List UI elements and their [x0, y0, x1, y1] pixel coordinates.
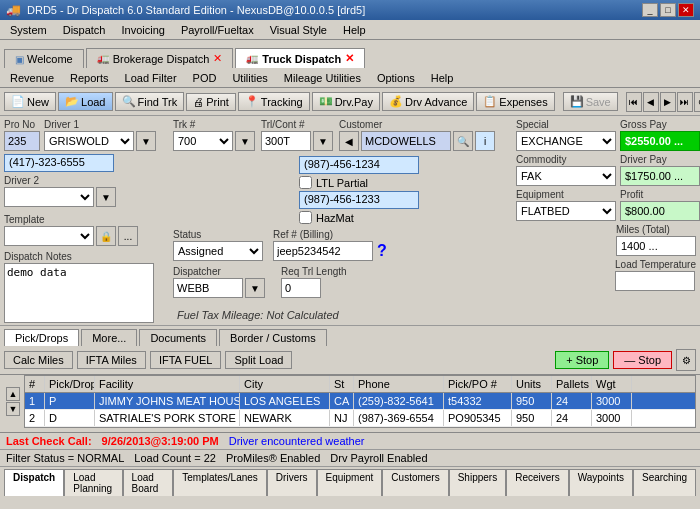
cell-type-2: D — [45, 410, 95, 426]
dispatch-notes-input[interactable]: demo data — [4, 263, 154, 323]
menu-reports[interactable]: Reports — [64, 71, 115, 85]
grid-options-btn[interactable]: ⚙ — [676, 349, 696, 371]
table-row[interactable]: 2 D SATRIALE'S PORK STORE NEWARK NJ (987… — [25, 410, 695, 427]
bottom-tab-templates[interactable]: Templates/Lanes — [173, 469, 267, 496]
cust-info-btn[interactable]: i — [475, 131, 495, 151]
expenses-button[interactable]: 📋Expenses — [476, 92, 554, 111]
menu-load-filter[interactable]: Load Filter — [119, 71, 183, 85]
driver-note: Driver encountered weather — [229, 435, 365, 447]
nav-first[interactable]: ⏮ — [626, 92, 642, 112]
bottom-tab-customers[interactable]: Customers — [382, 469, 448, 496]
cust-search-btn[interactable]: 🔍 — [453, 131, 473, 151]
nav-last[interactable]: ⏭ — [677, 92, 693, 112]
main-form-area: Pro No Driver 1 GRISWOLD ▼ (417)-323-655… — [0, 116, 700, 325]
tracking-button[interactable]: 📍Tracking — [238, 92, 310, 111]
bottom-tab-drivers[interactable]: Drivers — [267, 469, 317, 496]
menu-help2[interactable]: Help — [425, 71, 460, 85]
print-button[interactable]: 🖨Print — [186, 93, 236, 111]
dispatcher-row: Dispatcher ▼ Req Trl Length — [173, 266, 512, 298]
bottom-nav-tabs: Dispatch Load Planning Load Board Templa… — [0, 466, 700, 496]
menu-invoicing[interactable]: Invoicing — [115, 23, 170, 37]
help-icon[interactable]: ? — [377, 242, 387, 260]
commodity-label: Commodity — [516, 154, 616, 165]
dispatcher-btn[interactable]: ▼ — [245, 278, 265, 298]
menu-revenue[interactable]: Revenue — [4, 71, 60, 85]
scroll-down-btn[interactable]: ▼ — [6, 402, 20, 416]
load-temp-input[interactable] — [615, 271, 695, 291]
nav-add[interactable]: ⊕ — [694, 92, 700, 112]
remove-stop-button[interactable]: — Stop — [613, 351, 672, 369]
bottom-tab-load-planning[interactable]: Load Planning — [64, 469, 122, 496]
ifta-fuel-btn[interactable]: IFTA FUEL — [150, 351, 222, 369]
req-trl-input[interactable] — [281, 278, 321, 298]
customer-input[interactable] — [361, 131, 451, 151]
commodity-select[interactable]: FAK — [516, 166, 616, 186]
pro-no-input[interactable] — [4, 131, 40, 151]
menu-pod[interactable]: POD — [187, 71, 223, 85]
menu-options[interactable]: Options — [371, 71, 421, 85]
driver2-search-btn[interactable]: ▼ — [96, 187, 116, 207]
nav-next[interactable]: ▶ — [660, 92, 676, 112]
tab-documents[interactable]: Documents — [139, 329, 217, 346]
menu-mileage[interactable]: Mileage Utilities — [278, 71, 367, 85]
driver1-select[interactable]: GRISWOLD — [44, 131, 134, 151]
dispatcher-input[interactable] — [173, 278, 243, 298]
bottom-tab-load-board[interactable]: Load Board — [123, 469, 174, 496]
tab-more[interactable]: More... — [81, 329, 137, 346]
template-btn1[interactable]: 🔒 — [96, 226, 116, 246]
menu-utilities[interactable]: Utilities — [226, 71, 273, 85]
menu-help[interactable]: Help — [337, 23, 372, 37]
bottom-tab-waypoints[interactable]: Waypoints — [569, 469, 633, 496]
trl-btn[interactable]: ▼ — [313, 131, 333, 151]
table-row[interactable]: 1 P JIMMY JOHNS MEAT HOUSE LOS ANGELES C… — [25, 393, 695, 410]
tab-welcome[interactable]: ▣ Welcome — [4, 49, 84, 68]
trl-input[interactable] — [261, 131, 311, 151]
menu-system[interactable]: System — [4, 23, 53, 37]
split-load-btn[interactable]: Split Load — [225, 351, 292, 369]
tab-brokerage[interactable]: 🚛 Brokerage Dispatch ✕ — [86, 48, 234, 68]
driver1-search-btn[interactable]: ▼ — [136, 131, 156, 151]
template-select[interactable] — [4, 226, 94, 246]
driver2-select[interactable] — [4, 187, 94, 207]
tab-truck-dispatch[interactable]: 🚛 Truck Dispatch ✕ — [235, 48, 365, 68]
bottom-tab-dispatch[interactable]: Dispatch — [4, 469, 64, 496]
menu-payroll[interactable]: Payroll/Fueltax — [175, 23, 260, 37]
menu-visual[interactable]: Visual Style — [264, 23, 333, 37]
trk-btn[interactable]: ▼ — [235, 131, 255, 151]
ltl-partial-check[interactable] — [299, 176, 312, 189]
menu-dispatch[interactable]: Dispatch — [57, 23, 112, 37]
maximize-button[interactable]: □ — [660, 3, 676, 17]
minimize-button[interactable]: _ — [642, 3, 658, 17]
save-button[interactable]: 💾Save — [563, 92, 618, 111]
tab-border-customs[interactable]: Border / Customs — [219, 329, 327, 346]
equipment-select[interactable]: FLATBED — [516, 201, 616, 221]
trk-select[interactable]: 700 — [173, 131, 233, 151]
scroll-up-btn[interactable]: ▲ — [6, 387, 20, 401]
load-temp-group: Load Temperature — [516, 259, 696, 291]
profit-group: Profit $800.00 — [620, 189, 700, 221]
drv-advance-button[interactable]: 💰Drv Advance — [382, 92, 474, 111]
bottom-tab-shippers[interactable]: Shippers — [449, 469, 506, 496]
special-select[interactable]: EXCHANGE — [516, 131, 616, 151]
cell-pallets-1: 24 — [552, 393, 592, 409]
drv-pay-button[interactable]: 💵Drv.Pay — [312, 92, 380, 111]
nav-prev[interactable]: ◀ — [643, 92, 659, 112]
bottom-tab-receivers[interactable]: Receivers — [506, 469, 568, 496]
add-stop-button[interactable]: + Stop — [555, 351, 609, 369]
close-button[interactable]: ✕ — [678, 3, 694, 17]
find-trk-button[interactable]: 🔍Find Trk — [115, 92, 185, 111]
template-btn2[interactable]: ... — [118, 226, 138, 246]
tab-strip: ▣ Welcome 🚛 Brokerage Dispatch ✕ 🚛 Truck… — [0, 40, 700, 68]
bottom-tab-searching[interactable]: Searching — [633, 469, 696, 496]
new-button[interactable]: 📄New — [4, 92, 56, 111]
calc-miles-btn[interactable]: Calc Miles — [4, 351, 73, 369]
status-select[interactable]: Assigned — [173, 241, 263, 261]
bottom-tab-equipment[interactable]: Equipment — [317, 469, 383, 496]
ltl-partial-label: LTL Partial — [316, 177, 368, 189]
ifta-miles-btn[interactable]: IFTA Miles — [77, 351, 146, 369]
tab-pick-drops[interactable]: Pick/Drops — [4, 329, 79, 346]
load-button[interactable]: 📂Load — [58, 92, 112, 111]
hazmat-check[interactable] — [299, 211, 312, 224]
ref-billing-input[interactable] — [273, 241, 373, 261]
cust-left-btn[interactable]: ◀ — [339, 131, 359, 151]
